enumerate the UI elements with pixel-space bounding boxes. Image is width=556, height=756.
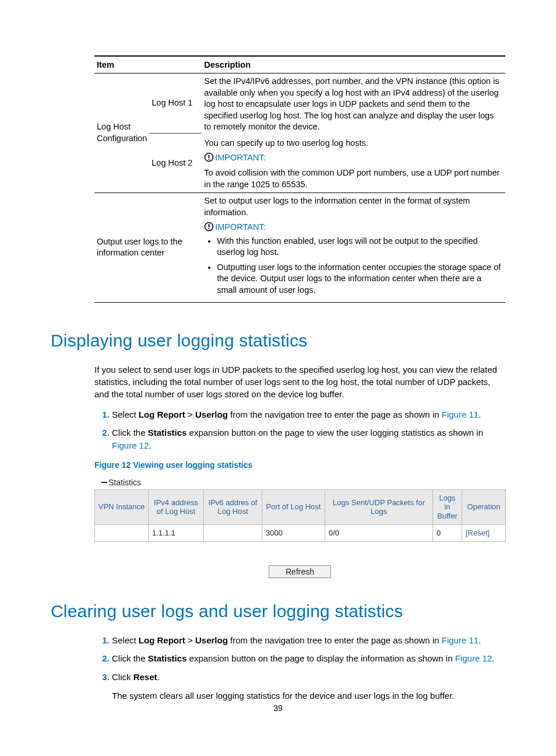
stats-td-sent: 0/0: [325, 524, 433, 541]
link-figure-12[interactable]: Figure 12: [112, 440, 149, 450]
cell-loghost1: Log Host 1: [149, 74, 202, 134]
section1-steps: Select Log Report > Userlog from the nav…: [94, 408, 505, 452]
stats-td-buffer: 0: [433, 524, 462, 541]
stats-th-port[interactable]: Port of Log Host: [262, 489, 325, 524]
stats-th-ipv4[interactable]: IPv4 address of Log Host: [149, 489, 204, 524]
stats-th-sent[interactable]: Logs Sent/UDP Packets for Logs: [325, 489, 433, 524]
th-item: Item: [94, 56, 202, 74]
cell-output-center: Output user logs to the information cent…: [94, 193, 202, 303]
output-bullet-2: Outputting user logs to the information …: [217, 262, 503, 296]
svg-rect-2: [209, 159, 210, 160]
svg-rect-5: [209, 228, 210, 229]
section1-step-2: Click the Statistics expansion button on…: [112, 426, 505, 452]
section1-intro: If you select to send user logs in UDP p…: [94, 363, 505, 400]
stats-th-buffer[interactable]: Logs in Buffer: [433, 489, 462, 524]
loghost-desc-p3: To avoid collision with the common UDP p…: [204, 167, 503, 190]
section2-step-3: Click Reset. The system clears all user …: [112, 671, 505, 702]
statistics-expander[interactable]: Statistics: [101, 478, 505, 487]
cell-loghost-desc: Set the IPv4/IPv6 addresses, port number…: [202, 74, 505, 193]
table-row: 1.1.1.1 3000 0/0 0 [Reset]: [95, 524, 506, 541]
refresh-button[interactable]: Refresh: [269, 565, 331, 578]
svg-rect-4: [209, 224, 210, 228]
cell-loghost-config: Log Host Configuration: [94, 74, 149, 193]
section2-step-3-para: The system clears all user logging stati…: [112, 690, 505, 702]
stats-td-ipv4: 1.1.1.1: [149, 524, 204, 541]
stats-th-vpn[interactable]: VPN Instance: [95, 489, 149, 524]
section2-step-2: Click the Statistics expansion button on…: [112, 652, 505, 665]
statistics-table: VPN Instance IPv4 address of Log Host IP…: [94, 489, 506, 542]
stats-td-port: 3000: [262, 524, 325, 541]
heading-clearing-logs: Clearing user logs and user logging stat…: [51, 601, 505, 621]
output-desc-p1: Set to output user logs to the informati…: [204, 195, 503, 218]
loghost-desc-p1: Set the IPv4/IPv6 addresses, port number…: [204, 76, 503, 133]
cell-output-desc: Set to output user logs to the informati…: [202, 193, 505, 303]
collapse-icon: [101, 482, 107, 483]
link-figure-11-b[interactable]: Figure 11: [442, 635, 478, 645]
important-label-2: IMPORTANT:: [204, 222, 503, 233]
link-figure-11[interactable]: Figure 11: [442, 410, 478, 419]
stats-td-vpn: [95, 524, 149, 541]
reset-link[interactable]: [Reset]: [466, 528, 490, 537]
stats-th-ipv6[interactable]: IPv6 addres of Log Host: [204, 489, 262, 524]
config-table: Item Description Log Host Configuration …: [94, 55, 505, 303]
cell-loghost2: Log Host 2: [149, 133, 202, 193]
loghost-desc-p2: You can specify up to two userlog log ho…: [204, 138, 503, 149]
output-bullet-1: With this function enabled, user logs wi…: [217, 236, 503, 258]
heading-displaying-stats: Displaying user logging statistics: [51, 331, 505, 351]
stats-td-op: [Reset]: [462, 524, 506, 541]
link-figure-12-b[interactable]: Figure 12: [455, 653, 492, 663]
important-icon: [204, 222, 215, 232]
section2-steps: Select Log Report > Userlog from the nav…: [94, 634, 505, 702]
section1-step-1: Select Log Report > Userlog from the nav…: [112, 408, 505, 421]
section2-step-1: Select Log Report > Userlog from the nav…: [112, 634, 505, 647]
svg-rect-1: [209, 155, 210, 158]
important-label-1: IMPORTANT:: [204, 152, 503, 164]
stats-th-op[interactable]: Operation: [462, 489, 506, 524]
th-description: Description: [202, 56, 505, 74]
page-number: 39: [0, 704, 556, 713]
figure-12-caption: Figure 12 Viewing user logging statistic…: [94, 460, 505, 470]
important-icon: [204, 153, 215, 162]
stats-td-ipv6: [204, 524, 262, 541]
